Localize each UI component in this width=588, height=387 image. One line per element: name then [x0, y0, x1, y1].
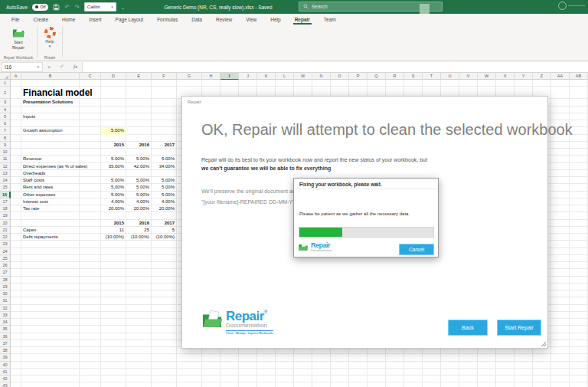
row-header-42[interactable]: 42 — [0, 376, 11, 382]
row-header-10[interactable]: 10 — [0, 149, 11, 156]
cell-F17[interactable]: 4.00% — [152, 198, 177, 205]
row-header-31[interactable]: 31 — [0, 297, 11, 304]
column-header-R[interactable]: R — [386, 73, 404, 80]
column-header-V[interactable]: V — [459, 73, 478, 80]
column-header-W[interactable]: W — [478, 73, 496, 80]
row-header-6[interactable]: 6 — [0, 120, 11, 127]
column-header-S[interactable]: S — [404, 73, 423, 80]
account-avatar[interactable] — [558, 2, 567, 10]
row-header-3[interactable]: 3 — [0, 99, 11, 106]
cell-B3[interactable]: Presentation Solutions — [21, 99, 73, 106]
cell-D7[interactable]: 5.00% — [101, 127, 126, 134]
column-header-L[interactable]: L — [276, 73, 294, 80]
help-button[interactable]: Help ▾ — [38, 27, 62, 48]
cell-E12[interactable]: 42.00% — [126, 163, 152, 170]
cell-D17[interactable]: 4.00% — [101, 198, 126, 205]
ribbon-tab-insert[interactable]: Insert — [82, 14, 108, 25]
row-header-26[interactable]: 26 — [0, 262, 11, 269]
row-header-8[interactable]: 8 — [0, 135, 11, 142]
search-box[interactable]: Search — [299, 2, 443, 11]
cell-B16[interactable]: Other expenses — [21, 192, 55, 198]
cell-F14[interactable]: 5.00% — [152, 177, 177, 184]
row-header-7[interactable]: 7 — [0, 127, 11, 134]
cell-F22[interactable]: (10.00%) — [152, 234, 177, 241]
cell-E14[interactable]: 5.00% — [126, 177, 152, 184]
column-header-AB[interactable]: AB — [570, 73, 588, 80]
row-header-43[interactable]: 43 — [0, 382, 11, 387]
cell-D14[interactable]: 5.00% — [101, 177, 126, 184]
cell-F16[interactable]: 5.00% — [152, 192, 177, 198]
column-header-K[interactable]: K — [257, 73, 276, 80]
ribbon-tab-help[interactable]: Help — [263, 14, 287, 25]
cell-E18[interactable]: 20.00% — [126, 205, 152, 212]
select-all-button[interactable] — [0, 73, 11, 80]
cell-B22[interactable]: Debt repayments — [21, 234, 58, 241]
save-icon[interactable] — [53, 4, 60, 11]
cell-E9[interactable]: 2016 — [126, 142, 152, 149]
column-header-G[interactable]: G — [177, 73, 202, 80]
row-header-38[interactable]: 38 — [0, 347, 11, 354]
cell-D11[interactable]: 5.00% — [101, 156, 126, 162]
ribbon-tab-view[interactable]: View — [239, 14, 263, 25]
cancel-button[interactable]: Cancel — [399, 244, 434, 255]
row-header-16[interactable]: 16 — [0, 192, 11, 198]
cell-E17[interactable]: 4.00% — [126, 198, 152, 205]
column-header-O[interactable]: O — [331, 73, 349, 80]
cell-F11[interactable]: 5.00% — [152, 156, 177, 162]
cell-D12[interactable]: 35.00% — [101, 163, 126, 170]
cell-B18[interactable]: Tax rate — [21, 205, 39, 212]
row-header-5[interactable]: 5 — [0, 113, 11, 120]
search-scope-button[interactable] — [420, 4, 430, 14]
row-header-2[interactable]: 2 — [0, 87, 11, 99]
column-header-F[interactable]: F — [152, 73, 177, 80]
row-header-19[interactable]: 19 — [0, 212, 11, 219]
row-header-9[interactable]: 9 — [0, 142, 11, 149]
cell-E11[interactable]: 5.00% — [126, 156, 152, 162]
cell-D20[interactable]: 2015 — [101, 220, 126, 227]
cell-B11[interactable]: Revenue — [21, 156, 41, 162]
row-header-13[interactable]: 13 — [0, 170, 11, 177]
cell-E20[interactable]: 2016 — [126, 220, 152, 227]
cell-B12[interactable]: Direct expenses (as % of sales) — [21, 163, 87, 170]
document-title[interactable]: Generic Demo (NR, CS, really slow).xlsx … — [153, 5, 283, 10]
row-header-23[interactable]: 23 — [0, 241, 11, 248]
row-header-34[interactable]: 34 — [0, 319, 11, 326]
column-header-Z[interactable]: Z — [533, 73, 551, 80]
cell-B15[interactable]: Rent and rates — [21, 184, 53, 191]
cell-F9[interactable]: 2017 — [152, 142, 177, 149]
undo-icon[interactable]: ↶ — [64, 4, 70, 11]
cell-D9[interactable]: 2015 — [101, 142, 126, 149]
column-header-N[interactable]: N — [312, 73, 331, 80]
column-header-U[interactable]: U — [441, 73, 459, 80]
ribbon-tab-team[interactable]: Team — [317, 14, 343, 25]
autosave-toggle[interactable]: Off — [32, 4, 48, 11]
row-header-25[interactable]: 25 — [0, 255, 11, 262]
cancel-entry-icon[interactable]: × — [43, 64, 55, 70]
formula-input[interactable] — [82, 62, 588, 72]
redo-icon[interactable]: ↷ — [74, 4, 80, 11]
cell-E22[interactable]: (10.00%) — [126, 234, 152, 241]
cell-D15[interactable]: 5.00% — [101, 184, 126, 191]
row-header-4[interactable]: 4 — [0, 107, 11, 113]
enter-entry-icon[interactable]: ✓ — [55, 64, 69, 70]
ribbon-tab-home[interactable]: Home — [55, 14, 82, 25]
row-header-36[interactable]: 36 — [0, 333, 11, 340]
column-header-AA[interactable]: AA — [551, 73, 570, 80]
row-header-1[interactable]: 1 — [0, 80, 11, 87]
insert-function-icon[interactable]: fx — [69, 64, 82, 70]
row-header-11[interactable]: 11 — [0, 156, 11, 162]
column-header-Y[interactable]: Y — [514, 73, 533, 80]
row-header-41[interactable]: 41 — [0, 369, 11, 376]
column-header-T[interactable]: T — [423, 73, 441, 80]
cell-B5[interactable]: Inputs — [21, 113, 35, 120]
column-header-P[interactable]: P — [349, 73, 368, 80]
ribbon-tab-create[interactable]: Create — [26, 14, 55, 25]
row-header-20[interactable]: 20 — [0, 220, 11, 227]
cell-F21[interactable]: 5 — [152, 227, 177, 234]
quick-access-toolbar-menu-icon[interactable]: ⌄ — [121, 5, 125, 10]
row-header-33[interactable]: 33 — [0, 312, 11, 319]
cell-B2[interactable]: Financial model — [21, 87, 93, 99]
ribbon-tab-repair[interactable]: Repair — [288, 14, 317, 25]
ribbon-tab-formulas[interactable]: Formulas — [150, 14, 185, 25]
row-header-17[interactable]: 17 — [0, 198, 11, 205]
